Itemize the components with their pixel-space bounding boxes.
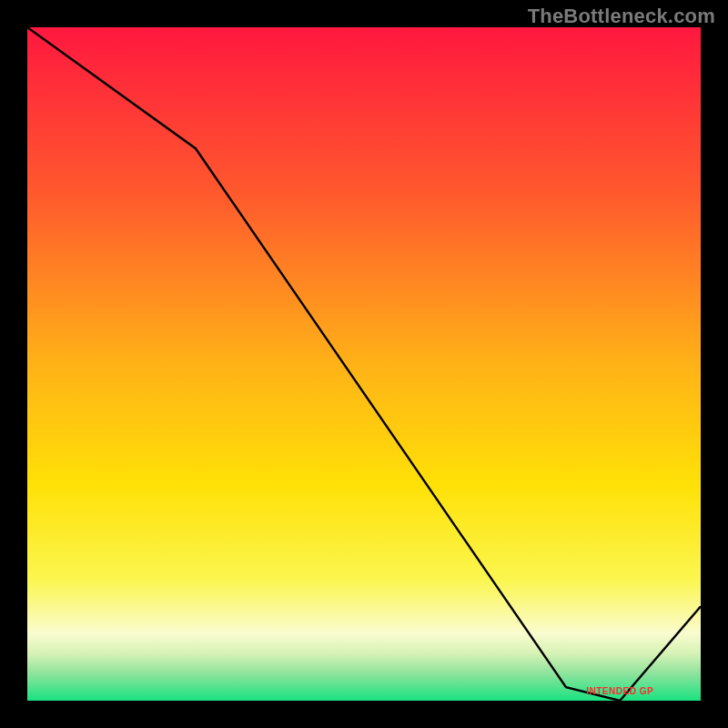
chart-line-layer	[27, 27, 701, 701]
chart-series-line	[27, 27, 701, 701]
chart-annotation: INTENDED GP	[586, 685, 653, 695]
chart-root: TheBottleneck.com INTENDED GP	[0, 0, 728, 728]
watermark-text: TheBottleneck.com	[528, 5, 715, 28]
